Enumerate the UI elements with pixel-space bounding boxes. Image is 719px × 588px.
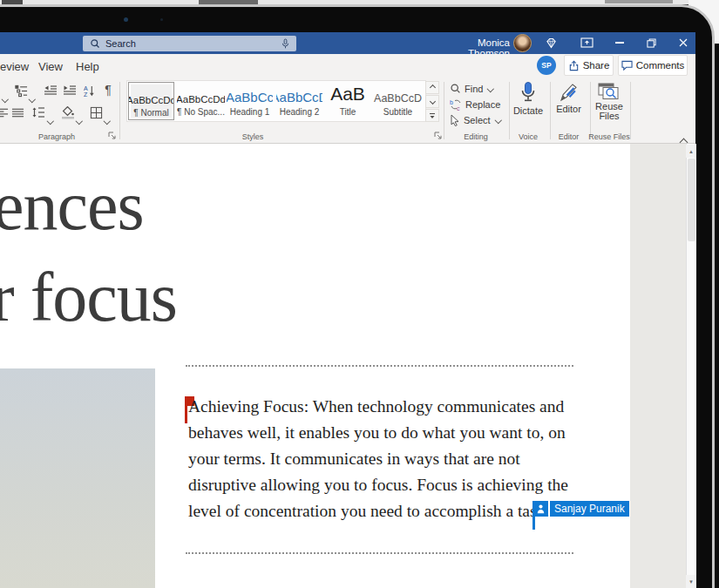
paragraph-group-label: Paragraph bbox=[17, 132, 96, 141]
style-subtitle[interactable]: AaBbCcD Subtitle bbox=[373, 82, 423, 120]
style-heading-1[interactable]: AaBbCc Heading 1 bbox=[227, 82, 273, 120]
svg-text:A: A bbox=[83, 84, 87, 91]
body-text-line[interactable]: your terms. It communicates in ways that… bbox=[188, 446, 520, 472]
search-placeholder: Search bbox=[105, 38, 281, 49]
presence-badge-sp[interactable]: SP bbox=[537, 56, 556, 75]
document-heading-line-1: ences bbox=[0, 171, 144, 240]
editor-pencil-icon bbox=[559, 82, 579, 103]
svg-text:Z: Z bbox=[83, 91, 87, 98]
comments-button[interactable]: Comments bbox=[618, 55, 688, 76]
chevron-down-icon[interactable] bbox=[30, 89, 35, 105]
remote-cursor-caret-red bbox=[185, 396, 187, 423]
remote-cursor-caret-blue bbox=[532, 501, 535, 530]
chevron-down-icon[interactable] bbox=[77, 111, 82, 126]
replace-icon: bc bbox=[450, 98, 462, 111]
comment-icon bbox=[621, 60, 633, 71]
replace-button[interactable]: bc Replace bbox=[450, 97, 500, 112]
menu-review-partial[interactable]: eview bbox=[0, 60, 29, 73]
find-icon bbox=[450, 83, 461, 94]
dictate-button[interactable]: Dictate bbox=[509, 81, 547, 116]
minimize-button[interactable] bbox=[612, 36, 627, 50]
scroll-up-button[interactable]: ▲ bbox=[686, 145, 696, 158]
scroll-down-button[interactable]: ▼ bbox=[686, 575, 696, 588]
microphone-icon bbox=[519, 81, 537, 104]
styles-group-label: Styles bbox=[218, 132, 288, 141]
chevron-down-icon[interactable] bbox=[3, 89, 8, 105]
document-canvas bbox=[630, 144, 686, 588]
document-photo-building[interactable] bbox=[0, 368, 155, 588]
chevron-down-icon[interactable] bbox=[105, 111, 110, 126]
share-button[interactable]: Share bbox=[564, 55, 614, 76]
restore-button[interactable] bbox=[643, 36, 659, 50]
select-icon bbox=[450, 114, 460, 126]
body-text-line[interactable]: behaves well, it enables you to do what … bbox=[188, 420, 566, 446]
increase-indent-button[interactable] bbox=[63, 84, 77, 98]
style-title[interactable]: AaB Title bbox=[326, 82, 370, 120]
share-icon bbox=[568, 60, 580, 71]
scrollbar-thumb[interactable] bbox=[688, 159, 695, 241]
reuse-files-button[interactable]: Reuse Files bbox=[590, 83, 628, 121]
reuse-files-icon bbox=[598, 83, 621, 100]
chevron-down-icon[interactable] bbox=[48, 111, 53, 126]
paragraph-dialog-launcher[interactable] bbox=[108, 132, 116, 139]
share-label: Share bbox=[583, 60, 610, 71]
editor-button[interactable]: Editor bbox=[550, 82, 587, 114]
align-justify-button[interactable] bbox=[10, 105, 24, 119]
camera-icon bbox=[124, 17, 128, 22]
sort-button[interactable]: AZ bbox=[82, 84, 96, 98]
premium-diamond-icon[interactable] bbox=[543, 36, 559, 50]
editor-group-label: Editor bbox=[550, 132, 587, 141]
style-heading-2[interactable]: AaBbCcD Heading 2 bbox=[276, 82, 322, 120]
dotted-divider-bottom bbox=[186, 552, 573, 554]
reuse-files-group-label: Reuse Files bbox=[588, 132, 630, 141]
collaborator-name-flag: Sanjay Puranik bbox=[550, 501, 629, 517]
menu-view[interactable]: View bbox=[38, 60, 63, 73]
align-left-button[interactable] bbox=[0, 105, 9, 119]
body-text-line[interactable]: disruptive allowing you to focus. Focus … bbox=[188, 472, 568, 498]
multilevel-list-button[interactable] bbox=[14, 84, 28, 98]
camera-icon bbox=[160, 18, 163, 21]
body-text-line[interactable]: Achieving Focus: When technology communi… bbox=[188, 394, 564, 420]
svg-text:b: b bbox=[450, 99, 453, 105]
search-mic-icon[interactable] bbox=[281, 38, 290, 50]
borders-button[interactable] bbox=[89, 105, 103, 119]
ribbon-display-options-button[interactable] bbox=[579, 36, 594, 50]
collaborator-person-icon bbox=[532, 501, 548, 517]
search-icon bbox=[90, 38, 100, 49]
dotted-divider-top bbox=[186, 365, 573, 367]
style-no-spacing[interactable]: AaBbCcDd ¶ No Spac... bbox=[177, 82, 225, 120]
editing-group-label: Editing bbox=[441, 132, 511, 141]
search-input[interactable]: Search bbox=[83, 36, 296, 51]
select-button[interactable]: Select bbox=[450, 112, 500, 127]
svg-text:c: c bbox=[457, 105, 460, 111]
voice-group-label: Voice bbox=[509, 132, 547, 141]
styles-gallery-more-button[interactable] bbox=[425, 109, 439, 122]
menu-help[interactable]: Help bbox=[76, 60, 99, 73]
device-edge-button bbox=[605, 0, 673, 3]
styles-scroll-down-button[interactable] bbox=[425, 95, 439, 108]
styles-scroll-up-button[interactable] bbox=[425, 81, 439, 94]
body-text-line[interactable]: level of concentration you need to accom… bbox=[188, 498, 549, 524]
find-button[interactable]: Find bbox=[450, 81, 493, 96]
line-spacing-button[interactable] bbox=[31, 105, 45, 119]
style-normal[interactable]: AaBbCcDd ¶ Normal bbox=[128, 82, 174, 120]
avatar[interactable] bbox=[513, 34, 532, 52]
show-paragraph-marks-button[interactable]: ¶ bbox=[101, 83, 115, 97]
comments-label: Comments bbox=[636, 60, 685, 71]
close-button[interactable] bbox=[675, 36, 691, 50]
document-heading-line-2: r focus bbox=[0, 262, 177, 332]
shading-button[interactable] bbox=[61, 105, 75, 119]
decrease-indent-button[interactable] bbox=[44, 84, 58, 98]
